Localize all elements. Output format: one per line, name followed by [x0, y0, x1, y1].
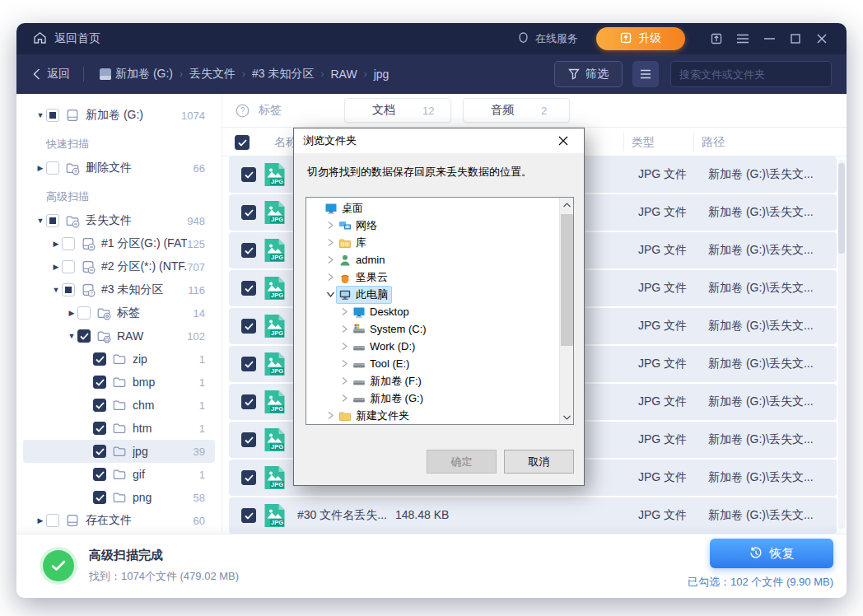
row-checkbox[interactable]	[241, 243, 256, 258]
scrollbar[interactable]	[838, 160, 845, 529]
search-input[interactable]	[679, 68, 824, 81]
sidebar-item[interactable]: png58	[23, 486, 215, 509]
expand-icon[interactable]	[338, 376, 351, 385]
sidebar-item[interactable]: ▼RAW102	[23, 324, 215, 348]
folder-entry[interactable]: 新加卷 (G:)	[351, 390, 427, 407]
caret-down-icon[interactable]: ▼	[35, 217, 46, 225]
checkbox[interactable]	[46, 214, 59, 227]
folder-entry[interactable]: 坚果云	[337, 269, 391, 286]
checkbox[interactable]	[77, 329, 91, 343]
sidebar-item[interactable]: zip1	[23, 348, 215, 371]
sidebar-item[interactable]: ▶存在文件60	[23, 509, 215, 532]
sidebar-item[interactable]: chm1	[23, 394, 215, 417]
sidebar-item[interactable]: ▶标签14	[23, 301, 215, 324]
breadcrumb-item[interactable]: jpg	[374, 68, 390, 81]
folder-entry[interactable]: Tool (E:)	[351, 357, 413, 371]
caret-down-icon[interactable]: ▼	[50, 286, 62, 294]
dialog-tree-item[interactable]: 坚果云	[306, 268, 559, 286]
dialog-tree-item[interactable]: 新加卷 (F:)	[306, 372, 559, 390]
dialog-tree-item[interactable]: Work (D:)	[306, 338, 559, 355]
sidebar-item[interactable]: bmp1	[23, 371, 215, 394]
checkbox[interactable]	[62, 283, 75, 296]
minimize-button[interactable]	[756, 27, 782, 50]
sidebar-item[interactable]: htm1	[23, 417, 215, 440]
checkbox[interactable]	[93, 352, 106, 366]
menu-icon[interactable]	[730, 27, 756, 50]
row-checkbox[interactable]	[241, 432, 256, 447]
caret-right-icon[interactable]: ▶	[66, 309, 77, 317]
help-icon[interactable]: ?	[236, 104, 250, 118]
scrollbar-thumb[interactable]	[838, 163, 845, 254]
folder-entry[interactable]: 库	[337, 235, 370, 251]
row-checkbox[interactable]	[241, 319, 256, 334]
breadcrumb-item[interactable]: RAW	[330, 68, 357, 81]
dialog-tree-item[interactable]: System (C:)	[306, 320, 559, 338]
caret-right-icon[interactable]: ▶	[35, 164, 46, 172]
dialog-tree-item[interactable]: 库	[306, 234, 559, 251]
folder-entry[interactable]: Work (D:)	[351, 339, 418, 354]
sidebar-item[interactable]: ▶删除文件66	[23, 156, 215, 180]
checkbox[interactable]	[93, 399, 106, 412]
list-view-button[interactable]	[632, 61, 659, 87]
expand-icon[interactable]	[324, 238, 337, 247]
expand-icon[interactable]	[324, 411, 337, 420]
expand-icon[interactable]	[338, 307, 351, 316]
dialog-tree-item[interactable]: 新建文件夹	[306, 407, 559, 424]
checkbox[interactable]	[46, 109, 59, 122]
sidebar-item[interactable]: ▼?#3 未知分区116	[23, 278, 215, 301]
folder-entry[interactable]: 网络	[337, 217, 380, 234]
breadcrumb-item[interactable]: 丢失文件	[189, 67, 236, 82]
caret-down-icon[interactable]: ▼	[35, 111, 46, 119]
caret-down-icon[interactable]: ▼	[66, 332, 77, 340]
sidebar-item[interactable]: gif1	[23, 463, 215, 486]
checkbox[interactable]	[93, 468, 106, 481]
folder-entry[interactable]: 新加卷 (F:)	[351, 373, 425, 390]
row-checkbox[interactable]	[241, 167, 256, 182]
expand-icon[interactable]	[324, 255, 337, 264]
export-log-button[interactable]	[703, 27, 730, 50]
checkbox[interactable]	[62, 260, 75, 273]
dialog-tree-item[interactable]: 新加卷 (G:)	[306, 390, 559, 407]
close-button[interactable]	[809, 27, 835, 50]
dialog-close-button[interactable]	[551, 131, 576, 151]
checkbox[interactable]	[93, 445, 106, 458]
column-header-type[interactable]: 类型	[632, 135, 655, 150]
expand-icon[interactable]	[324, 221, 337, 230]
expand-icon[interactable]	[338, 324, 351, 334]
expand-icon[interactable]	[338, 359, 351, 368]
dialog-tree-item[interactable]: 网络	[306, 217, 559, 234]
breadcrumb-item[interactable]: #3 未知分区	[252, 67, 314, 82]
row-checkbox[interactable]	[241, 394, 256, 409]
sidebar-item[interactable]: ▼新加卷 (G:)1074	[23, 104, 215, 127]
folder-entry[interactable]: 桌面	[323, 200, 366, 217]
upgrade-button[interactable]: 升级	[596, 27, 685, 50]
dialog-tree-item[interactable]: Desktop	[306, 303, 559, 320]
sidebar-item[interactable]: ▶#2 分区(*:) (NTF...707	[23, 255, 215, 278]
folder-entry[interactable]: System (C:)	[351, 322, 430, 337]
folder-entry[interactable]: Desktop	[351, 305, 413, 320]
row-checkbox[interactable]	[241, 357, 256, 371]
row-checkbox[interactable]	[241, 281, 256, 296]
scroll-down-icon[interactable]	[560, 410, 574, 424]
caret-right-icon[interactable]: ▶	[50, 263, 62, 271]
recover-button[interactable]: 恢复	[710, 539, 833, 568]
selected-folder[interactable]: 此电脑	[337, 287, 391, 303]
checkbox[interactable]	[77, 306, 91, 320]
dialog-tree-item[interactable]: Tool (E:)	[306, 355, 559, 372]
dialog-tree-item[interactable]: admin	[306, 251, 559, 268]
sidebar-item[interactable]: ▶#1 分区(G:) (FAT)125	[23, 232, 215, 255]
dialog-scrollbar[interactable]	[559, 198, 573, 424]
back-home-button[interactable]: 返回首页	[33, 31, 100, 47]
row-checkbox[interactable]	[241, 470, 256, 485]
caret-right-icon[interactable]: ▶	[50, 240, 62, 248]
tag-chip[interactable]: 音频2	[463, 98, 570, 123]
maximize-button[interactable]	[782, 27, 809, 50]
select-all-checkbox[interactable]	[235, 135, 250, 150]
dialog-scrollbar-thumb[interactable]	[561, 214, 573, 346]
expand-icon[interactable]	[324, 273, 337, 282]
checkbox[interactable]	[62, 237, 75, 250]
checkbox[interactable]	[93, 491, 106, 504]
caret-right-icon[interactable]: ▶	[35, 516, 46, 525]
online-service-button[interactable]: 在线服务	[517, 31, 578, 47]
sidebar-item[interactable]: ▼丢失文件948	[23, 209, 215, 232]
